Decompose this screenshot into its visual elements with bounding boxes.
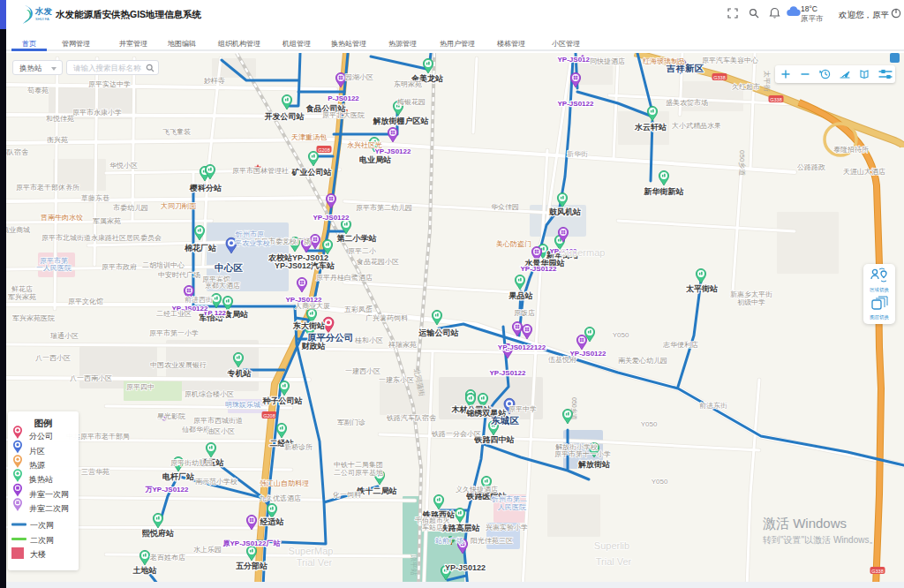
svg-text:瑞通小区: 瑞通小区 <box>50 331 79 340</box>
svg-text:原平文化馆: 原平文化馆 <box>68 298 103 305</box>
svg-text:韩江山自助料理: 韩江山自助料理 <box>260 479 309 487</box>
svg-text:苟泰苑: 苟泰苑 <box>27 87 49 94</box>
svg-text:京都大酒店: 京都大酒店 <box>205 282 240 290</box>
svg-text:广兴薯药饲料: 广兴薯药饲料 <box>365 314 408 322</box>
svg-text:原平实达中学: 原平实达中学 <box>88 80 131 88</box>
svg-text:YP-JS0122122: YP-JS0122122 <box>498 343 546 351</box>
svg-text:部队宿舍: 部队宿舍 <box>6 148 28 156</box>
svg-text:Trial Ver: Trial Ver <box>596 556 632 567</box>
svg-text:运输公司站: 运输公司站 <box>418 328 459 337</box>
svg-text:铁路汽车队宿舍: 铁路汽车队宿舍 <box>386 414 436 422</box>
svg-text:志华便利店: 志华便利店 <box>663 341 698 349</box>
svg-text:美心防盗门: 美心防盗门 <box>496 240 531 248</box>
svg-text:东明家苑: 东明家苑 <box>394 80 422 88</box>
svg-text:泰隆招待所: 泰隆招待所 <box>833 146 869 154</box>
svg-text:伍基悦府: 伍基悦府 <box>548 356 576 364</box>
svg-text:红海玻璃制品: 红海玻璃制品 <box>643 57 685 65</box>
svg-text:八一西小区: 八一西小区 <box>35 354 71 362</box>
svg-text:YP-JS0122: YP-JS0122 <box>521 265 557 273</box>
svg-text:原平北大医院: 原平北大医院 <box>322 111 365 119</box>
svg-text:原平二小: 原平二小 <box>348 247 377 255</box>
svg-text:Supermap: Supermap <box>561 247 606 258</box>
svg-text:原机综合楼小区: 原机综合楼小区 <box>185 390 234 398</box>
svg-text:原平市北城街道永康路社区居民委员会: 原平市北城街道永康路社区居民委员会 <box>41 234 162 242</box>
svg-text:鲜花店: 鲜花店 <box>11 285 33 293</box>
svg-text:三营华苑: 三营华苑 <box>81 468 109 476</box>
svg-text:天涯山大酒店: 天涯山大酒店 <box>843 168 885 176</box>
svg-text:G338: G338 <box>871 569 883 574</box>
svg-text:阳光佳苑三区: 阳光佳苑三区 <box>471 537 513 545</box>
svg-text:棉花厂站: 棉花厂站 <box>184 244 216 253</box>
svg-text:原平市政府: 原平市政府 <box>102 263 137 271</box>
svg-text:中心区: 中心区 <box>215 262 243 273</box>
svg-text:星光影院: 星光影院 <box>157 412 185 420</box>
svg-text:军副门诊: 军副门诊 <box>337 418 365 426</box>
svg-text:水上乐园: 水上乐园 <box>193 546 222 554</box>
svg-text:鸿业商城: 鸿业商城 <box>6 226 30 234</box>
svg-text:原平汽车美容中心: 原平汽车美容中心 <box>702 57 758 64</box>
svg-text:YP-JS0122: YP-JS0122 <box>445 563 486 572</box>
svg-text:梅银花园: 梅银花园 <box>396 98 426 106</box>
svg-text:原平市老干部休养所: 原平市老干部休养所 <box>16 184 79 192</box>
svg-text:新华街新站: 新华街新站 <box>644 187 684 196</box>
svg-text:中国农业发展银行: 中国农业发展银行 <box>150 361 207 369</box>
svg-text:Trial Ver: Trial Ver <box>297 557 333 568</box>
svg-text:YP-JS0122: YP-JS0122 <box>558 56 594 64</box>
svg-text:忻州市原: 忻州市原 <box>235 230 264 238</box>
svg-text:同快捷酒店: 同快捷酒店 <box>590 57 625 65</box>
svg-text:华悦小区: 华悦小区 <box>109 162 138 170</box>
svg-text:原YP-JS0122厂站: 原YP-JS0122厂站 <box>222 539 281 547</box>
svg-text:水云轩站: 水云轩站 <box>634 123 667 132</box>
svg-text:华众佳园: 华众佳园 <box>491 203 519 211</box>
svg-text:Y050: Y050 <box>641 420 658 428</box>
svg-text:财政站: 财政站 <box>301 342 326 351</box>
svg-text:桂和小区: 桂和小区 <box>354 336 383 344</box>
svg-text:五分部站: 五分部站 <box>236 562 267 570</box>
svg-text:G338: G338 <box>713 75 725 80</box>
svg-text:妙样寺: 妙样寺 <box>204 77 225 85</box>
svg-text:人商业大厦: 人商业大厦 <box>294 302 330 310</box>
svg-text:草藤东巷: 草藤东巷 <box>81 194 109 202</box>
svg-text:一建西小区: 一建西小区 <box>345 367 380 375</box>
svg-text:G338: G338 <box>770 97 781 102</box>
svg-text:铁路一分会小区: 铁路一分会小区 <box>431 430 481 438</box>
svg-text:G208: G208 <box>318 147 329 153</box>
svg-text:原饭店: 原饭店 <box>514 309 535 317</box>
svg-text:公路路政: 公路路政 <box>797 163 825 171</box>
svg-text:军兴家苑医院: 军兴家苑医院 <box>12 314 55 322</box>
svg-text:铁十二局站: 铁十二局站 <box>357 486 397 495</box>
svg-text:中安时代广场: 中安时代广场 <box>158 271 200 279</box>
svg-text:熙悦府站: 熙悦府站 <box>142 529 174 538</box>
svg-text:东大街站: 东大街站 <box>292 321 325 330</box>
svg-text:明珠娱乐城: 明珠娱乐城 <box>225 401 260 409</box>
svg-text:新惠乡太平街: 新惠乡太平街 <box>730 290 772 298</box>
svg-text:二公司原平基地: 二公司原平基地 <box>334 469 383 477</box>
svg-text:第二小学站: 第二小学站 <box>336 234 377 243</box>
svg-text:祥瑞家苑: 祥瑞家苑 <box>388 341 417 349</box>
svg-text:飞飞童装: 飞飞童装 <box>162 128 191 136</box>
svg-text:Y050: Y050 <box>613 331 629 339</box>
svg-text:食品花园小区: 食品花园小区 <box>356 258 399 266</box>
svg-text:八一西南小区: 八一西南小区 <box>70 374 112 382</box>
svg-text:矿业公司站: 矿业公司站 <box>291 168 332 177</box>
svg-text:050乡道: 050乡道 <box>570 397 577 420</box>
svg-text:化一饲料: 化一饲料 <box>332 491 361 499</box>
svg-text:P-JS0122: P-JS0122 <box>328 94 359 102</box>
svg-text:解放街棚户区站: 解放街棚户区站 <box>373 117 429 125</box>
svg-text:军属家苑: 军属家苑 <box>93 217 121 225</box>
svg-text:园湖小区: 园湖小区 <box>345 73 373 81</box>
svg-text:YP-JS0122: YP-JS0122 <box>313 214 350 222</box>
svg-text:水发: 水发 <box>34 6 53 16</box>
svg-text:原平市永康小学: 原平市永康小学 <box>72 109 122 117</box>
svg-text:九久优选酒店: 九久优选酒店 <box>259 494 301 502</box>
svg-text:东城区: 东城区 <box>490 415 519 426</box>
svg-text:原平站: 原平站 <box>410 554 418 576</box>
svg-text:原平市第二幼儿园: 原平市第二幼儿园 <box>356 204 412 212</box>
svg-text:G208: G208 <box>263 413 275 418</box>
svg-text:太平街: 太平街 <box>763 71 771 92</box>
svg-text:原平街幼儿园: 原平街幼儿园 <box>170 459 213 467</box>
svg-text:市委幼儿园: 市委幼儿园 <box>113 204 148 212</box>
svg-text:原平四中: 原平四中 <box>126 383 154 391</box>
svg-text:果品站: 果品站 <box>508 291 533 300</box>
svg-text:土地站: 土地站 <box>132 566 157 575</box>
